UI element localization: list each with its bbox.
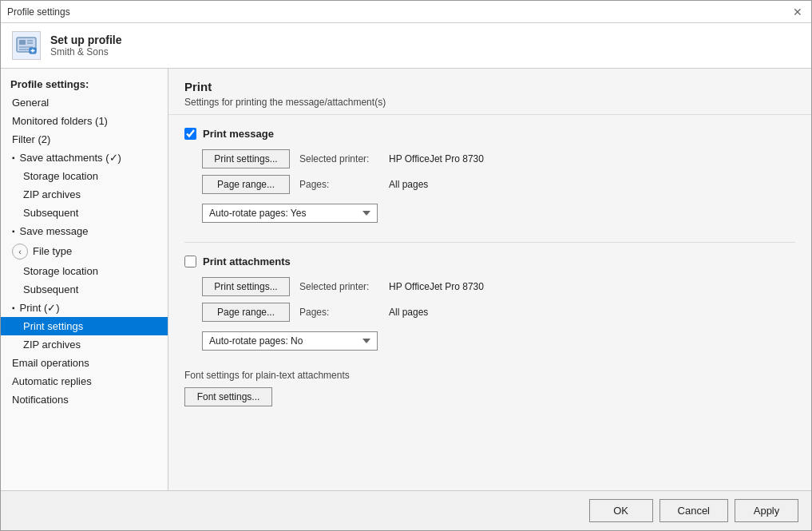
content-area: Print Settings for printing the message/… (168, 69, 811, 490)
print-message-printer-label: Selected printer: (299, 153, 379, 164)
print-attachments-pages-value: All pages (389, 307, 428, 318)
font-settings-btn[interactable]: Font settings... (184, 387, 272, 406)
profile-title: Set up profile (50, 34, 121, 46)
section-divider (184, 242, 795, 243)
sidebar-item-save-attachments[interactable]: ▪ Save attachments (✓) (1, 149, 168, 167)
title-bar: Profile settings ✕ (1, 1, 811, 23)
print-message-label[interactable]: Print message (203, 128, 274, 140)
print-attachments-printer-label: Selected printer: (299, 281, 379, 292)
sidebar-label-save-attachments: Save attachments (✓) (20, 152, 121, 164)
print-message-checkbox[interactable] (184, 128, 196, 140)
expand-icon-save-attachments: ▪ (12, 153, 15, 162)
footer: OK Cancel Apply (1, 490, 811, 530)
expand-icon-save-message: ▪ (12, 227, 15, 236)
sidebar-label-subsequent-2: Subsequent (23, 283, 78, 295)
print-attachments-page-range-btn[interactable]: Page range... (202, 303, 290, 322)
sidebar-label-automatic-replies: Automatic replies (12, 375, 92, 387)
content-title: Print (184, 80, 795, 93)
print-message-section: Print message Print settings... Selected… (184, 128, 795, 223)
sidebar-item-notifications[interactable]: Notifications (1, 390, 168, 409)
print-attachments-print-settings-btn[interactable]: Print settings... (202, 277, 290, 296)
sidebar-label-save-message: Save message (20, 225, 89, 237)
print-attachments-settings-row-2: Page range... Pages: All pages (202, 303, 795, 322)
sidebar-label-storage-location-2: Storage location (23, 265, 98, 277)
print-attachments-section: Print attachments Print settings... Sele… (184, 256, 795, 351)
sidebar-label-file-type: File type (33, 245, 72, 257)
cancel-button[interactable]: Cancel (660, 499, 728, 522)
main-window: Profile settings ✕ Set up profile Smith … (0, 0, 812, 531)
print-message-checkbox-row: Print message (184, 128, 795, 140)
print-message-autorotate-row: Auto-rotate pages: Yes Auto-rotate pages… (202, 204, 795, 223)
print-attachments-pages-label: Pages: (299, 307, 379, 318)
profile-icon (12, 31, 41, 60)
print-message-settings: Print settings... Selected printer: HP O… (202, 149, 795, 194)
content-subtitle: Settings for printing the message/attach… (184, 97, 795, 108)
content-header: Print Settings for printing the message/… (168, 69, 811, 115)
apply-button[interactable]: Apply (735, 499, 798, 522)
print-message-settings-row-2: Page range... Pages: All pages (202, 175, 795, 194)
sidebar-item-monitored-folders[interactable]: Monitored folders (1) (1, 112, 168, 130)
print-message-autorotate-select[interactable]: Auto-rotate pages: Yes Auto-rotate pages… (202, 204, 378, 223)
sidebar-label-notifications: Notifications (12, 394, 69, 406)
sidebar-label-print-settings: Print settings (23, 320, 83, 332)
sidebar-item-storage-location-2[interactable]: Storage location (1, 262, 168, 280)
ok-button[interactable]: OK (589, 499, 653, 522)
print-attachments-autorotate-select[interactable]: Auto-rotate pages: No Auto-rotate pages:… (202, 331, 378, 351)
save-message-nav-row: ‹ File type (1, 240, 168, 262)
sidebar-item-save-message[interactable]: ▪ Save message (1, 222, 168, 240)
sidebar-item-email-operations[interactable]: Email operations (1, 354, 168, 372)
window-title: Profile settings (7, 6, 70, 18)
print-message-pages-value: All pages (389, 179, 428, 190)
sidebar-label-filter: Filter (2) (12, 133, 50, 145)
print-message-printer-value: HP OfficeJet Pro 8730 (389, 153, 484, 164)
sidebar-item-print[interactable]: ▪ Print (✓) (1, 299, 168, 317)
main-content: Profile settings: General Monitored fold… (1, 69, 811, 490)
sidebar-label-general: General (12, 97, 49, 109)
sidebar-item-subsequent-2[interactable]: Subsequent (1, 280, 168, 299)
sidebar-item-subsequent-1[interactable]: Subsequent (1, 204, 168, 222)
sidebar-label-zip-archives-2: ZIP archives (23, 339, 81, 351)
sidebar-label-email-operations: Email operations (12, 357, 89, 369)
print-attachments-label[interactable]: Print attachments (203, 256, 291, 267)
print-attachments-checkbox[interactable] (184, 256, 196, 267)
nav-back-icon[interactable]: ‹ (12, 244, 28, 260)
sidebar-item-zip-archives-1[interactable]: ZIP archives (1, 185, 168, 204)
content-body: Print message Print settings... Selected… (168, 115, 811, 490)
sidebar: Profile settings: General Monitored fold… (1, 69, 168, 490)
print-attachments-checkbox-row: Print attachments (184, 256, 795, 267)
profile-subtitle: Smith & Sons (50, 46, 121, 57)
print-message-settings-row-1: Print settings... Selected printer: HP O… (202, 149, 795, 168)
font-settings-label: Font settings for plain-text attachments (184, 370, 795, 381)
sidebar-label-monitored-folders: Monitored folders (1) (12, 115, 108, 127)
sidebar-label-zip-archives-1: ZIP archives (23, 188, 81, 200)
print-message-page-range-btn[interactable]: Page range... (202, 175, 290, 194)
sidebar-item-print-settings[interactable]: Print settings (1, 317, 168, 335)
sidebar-label-storage-location-1: Storage location (23, 170, 98, 182)
svg-rect-1 (19, 40, 26, 45)
sidebar-label-print: Print (✓) (20, 302, 60, 314)
close-button[interactable]: ✕ (790, 5, 805, 19)
print-attachments-printer-value: HP OfficeJet Pro 8730 (389, 281, 484, 292)
expand-icon-print: ▪ (12, 303, 15, 312)
sidebar-section-title: Profile settings: (1, 73, 168, 93)
sidebar-item-zip-archives-2[interactable]: ZIP archives (1, 335, 168, 354)
sidebar-item-storage-location-1[interactable]: Storage location (1, 167, 168, 185)
sidebar-label-subsequent-1: Subsequent (23, 207, 78, 219)
sidebar-item-general[interactable]: General (1, 93, 168, 112)
print-attachments-autorotate-row: Auto-rotate pages: No Auto-rotate pages:… (202, 331, 795, 351)
header-text: Set up profile Smith & Sons (50, 34, 121, 57)
sidebar-item-automatic-replies[interactable]: Automatic replies (1, 372, 168, 390)
sidebar-item-filter[interactable]: Filter (2) (1, 130, 168, 149)
header-area: Set up profile Smith & Sons (1, 23, 811, 69)
print-message-pages-label: Pages: (299, 179, 379, 190)
print-attachments-settings-row-1: Print settings... Selected printer: HP O… (202, 277, 795, 296)
print-attachments-settings: Print settings... Selected printer: HP O… (202, 277, 795, 322)
sidebar-item-file-type[interactable]: File type (33, 242, 161, 260)
print-message-print-settings-btn[interactable]: Print settings... (202, 149, 290, 168)
font-settings-section: Font settings for plain-text attachments… (184, 370, 795, 406)
